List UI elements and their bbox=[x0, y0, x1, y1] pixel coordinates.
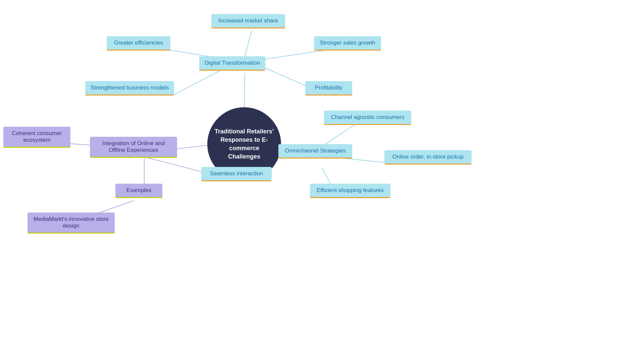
greater-efficiencies-node: Greater efficiencies bbox=[107, 36, 170, 51]
examples-node: Examples bbox=[115, 184, 162, 198]
mediamarkt-node: MediaMarkt's innovative store design bbox=[28, 213, 115, 234]
online-order-node: Online order, in-store pickup bbox=[384, 150, 472, 165]
channel-agnostic-node: Channel agnostic consumers bbox=[324, 111, 411, 125]
profitability-node: Profitability bbox=[305, 81, 352, 96]
efficient-shopping-node: Efficient shopping features bbox=[310, 184, 390, 198]
svg-line-1 bbox=[245, 31, 252, 56]
integration-node: Integration of Online and Offline Experi… bbox=[90, 137, 177, 158]
svg-line-3 bbox=[262, 50, 329, 60]
increased-market-share-node: Increased market share bbox=[211, 14, 285, 28]
seamless-interaction-node: Seamless interaction bbox=[201, 167, 272, 181]
stronger-sales-growth-node: Stronger sales growth bbox=[314, 36, 381, 51]
strengthened-biz-node: Strengthened business models bbox=[85, 81, 174, 96]
digital-transformation-node: Digital Transformation bbox=[199, 56, 265, 71]
coherent-consumer-node: Coherent consumer ecosystem bbox=[3, 127, 70, 148]
omnichannel-node: Omnichannel Strategies bbox=[278, 144, 352, 159]
